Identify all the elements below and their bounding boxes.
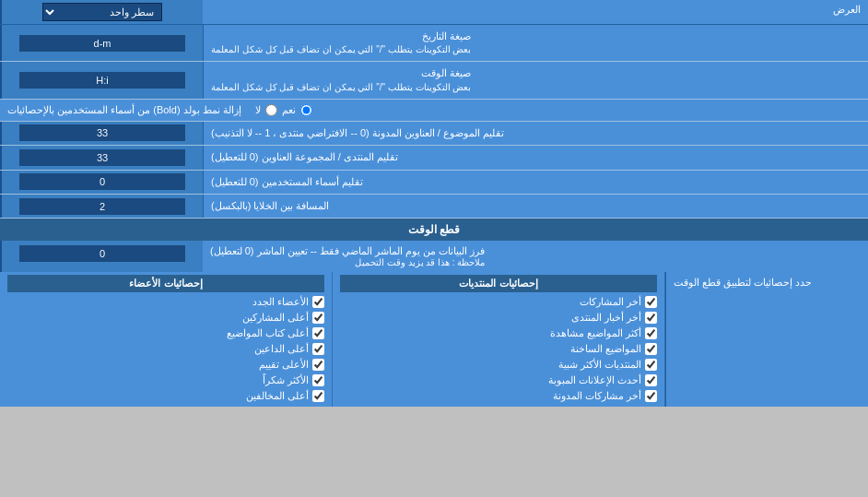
subject-order-row: تقليم الموضوع / العناوين المدونة (0 -- ا… [0,122,868,146]
checkbox-item[interactable]: أعلى الداعين [7,341,324,357]
username-trim-label: تقليم أسماء المستخدمين (0 للتعطيل) [203,171,868,194]
cb-most-viewed-label: أكثر المواضيع مشاهدة [550,327,641,339]
cutoff-days-label: فرز البيانات من يوم الماشر الماضي فقط --… [203,241,868,272]
cb-most-thanked[interactable] [312,374,324,386]
display-row: العرض سطر واحد سطران ثلاثة أسطر [0,0,868,25]
cb-latest-classified[interactable] [645,374,657,386]
cb-top-topic-writers-label: أعلى كتاب المواضيع [227,327,309,339]
cb-top-rated-label: الأعلى تقييم [259,359,309,371]
date-format-label: صيغة التاريخ بعض التكوينات يتطلب "/" الت… [203,25,868,61]
cb-new-members[interactable] [312,296,324,308]
cb-similar-forums-label: المنتديات الأكثر شبية [558,359,641,371]
cb-top-rated[interactable] [312,359,324,371]
bold-remove-label: نعم لا إزالة نمط بولد (Bold) من أسماء ال… [0,100,868,121]
username-trim-input-cell[interactable] [0,171,203,194]
cb-blog-posts[interactable] [645,390,657,402]
subject-order-label: تقليم الموضوع / العناوين المدونة (0 -- ا… [203,122,868,145]
username-trim-input[interactable] [19,173,185,190]
rows-select[interactable]: سطر واحد سطران ثلاثة أسطر [42,3,162,21]
forum-order-input[interactable] [19,149,185,166]
cb-last-posts[interactable] [645,296,657,308]
cell-spacing-input-cell[interactable] [0,195,203,218]
cell-spacing-input[interactable] [19,198,185,215]
cb-hot-topics-label: المواضيع الساخنة [570,343,641,355]
cb-top-posters[interactable] [312,312,324,324]
checkbox-item[interactable]: أعلى المخالفين [7,388,324,404]
cell-spacing-row: المسافة بين الخلايا (بالبكسل) [0,195,868,219]
cell-spacing-label: المسافة بين الخلايا (بالبكسل) [203,195,868,218]
cutoff-section-header: قطع الوقت [0,219,868,241]
date-format-input-cell[interactable] [0,25,203,61]
member-stats-header: إحصائيات الأعضاء [7,275,324,292]
checkbox-item[interactable]: أعلى المشاركين [7,310,324,325]
cb-similar-forums[interactable] [645,359,657,371]
checkbox-item[interactable]: أحدث الإعلانات المبوبة [340,373,657,388]
cb-new-members-label: الأعضاء الجدد [252,296,309,308]
bold-no-label: لا [255,104,261,116]
cutoff-days-input-cell[interactable] [0,241,203,272]
username-trim-row: تقليم أسماء المستخدمين (0 للتعطيل) [0,171,868,195]
forum-order-label: تقليم المنتدى / المجموعة العناوين (0 للت… [203,146,868,169]
cutoff-days-row: فرز البيانات من يوم الماشر الماضي فقط --… [0,241,868,272]
member-stats-col: إحصائيات الأعضاء الأعضاء الجدد أعلى المش… [0,272,333,407]
time-format-label: صيغة الوقت بعض التكوينات يتطلب "/" التي … [203,62,868,98]
display-label: العرض [203,0,868,24]
rows-select-cell[interactable]: سطر واحد سطران ثلاثة أسطر [0,0,203,24]
forum-stats-col: إحصائيات المنتديات أخر المشاركات أخر أخب… [333,272,665,407]
cb-forum-news-label: أخر أخبار المنتدى [571,312,641,324]
date-format-row: صيغة التاريخ بعض التكوينات يتطلب "/" الت… [0,25,868,62]
bold-radio-group[interactable]: نعم لا [255,104,312,116]
cb-most-viewed[interactable] [645,327,657,339]
cb-forum-news[interactable] [645,312,657,324]
bold-no-radio[interactable] [265,104,277,116]
date-format-input[interactable] [19,35,185,52]
forum-order-row: تقليم المنتدى / المجموعة العناوين (0 للت… [0,146,868,170]
forum-stats-header: إحصائيات المنتديات [340,275,657,292]
checkbox-item[interactable]: الأعضاء الجدد [7,294,324,310]
checkbox-item[interactable]: الأكثر شكراً [7,373,324,388]
time-format-input[interactable] [19,72,185,89]
time-format-row: صيغة الوقت بعض التكوينات يتطلب "/" التي … [0,62,868,99]
checkbox-item[interactable]: المنتديات الأكثر شبية [340,357,657,373]
cb-top-inviters[interactable] [312,343,324,355]
checkbox-item[interactable]: أخر مشاركات المدونة [340,388,657,404]
cb-most-thanked-label: الأكثر شكراً [263,374,309,386]
stats-apply-section: حدد إحصائيات لتطبيق قطع الوقت إحصائيات ا… [0,272,868,407]
forum-order-input-cell[interactable] [0,146,203,169]
checkbox-item[interactable]: أعلى كتاب المواضيع [7,325,324,341]
bold-remove-row: نعم لا إزالة نمط بولد (Bold) من أسماء ال… [0,100,868,122]
cb-latest-classified-label: أحدث الإعلانات المبوبة [548,374,641,386]
time-format-input-cell[interactable] [0,62,203,98]
cb-top-violators-label: أعلى المخالفين [246,390,309,402]
checkbox-item[interactable]: أخر أخبار المنتدى [340,310,657,325]
checkbox-item[interactable]: المواضيع الساخنة [340,341,657,357]
checkbox-item[interactable]: أكثر المواضيع مشاهدة [340,325,657,341]
stats-apply-label: حدد إحصائيات لتطبيق قطع الوقت [665,272,868,407]
cb-hot-topics[interactable] [645,343,657,355]
stats-columns: إحصائيات المنتديات أخر المشاركات أخر أخب… [0,272,665,407]
checkbox-item[interactable]: الأعلى تقييم [7,357,324,373]
cb-top-violators[interactable] [312,390,324,402]
bold-yes-radio[interactable] [300,104,312,116]
subject-order-input-cell[interactable] [0,122,203,145]
cb-top-inviters-label: أعلى الداعين [254,343,309,355]
bold-yes-label: نعم [282,104,296,116]
checkbox-item[interactable]: أخر المشاركات [340,294,657,310]
cb-top-topic-writers[interactable] [312,327,324,339]
cutoff-days-input[interactable] [19,245,185,262]
cb-blog-posts-label: أخر مشاركات المدونة [553,390,641,402]
subject-order-input[interactable] [19,124,185,141]
cb-last-posts-label: أخر المشاركات [580,296,641,308]
cb-top-posters-label: أعلى المشاركين [242,312,309,324]
